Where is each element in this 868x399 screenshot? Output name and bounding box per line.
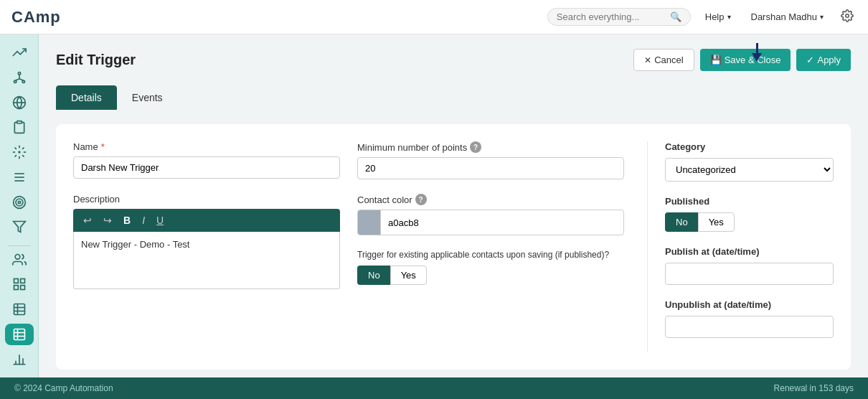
- min-points-info-icon: ?: [470, 141, 481, 153]
- min-points-label: Minimum number of points ?: [357, 141, 624, 153]
- sidebar-item-users[interactable]: [5, 248, 34, 271]
- footer: © 2024 Camp Automation Renewal in 153 da…: [0, 377, 868, 399]
- chevron-down-icon: ▾: [820, 13, 824, 21]
- sidebar-item-activity[interactable]: [5, 42, 34, 64]
- search-box[interactable]: 🔍: [547, 8, 691, 26]
- svg-point-3: [22, 80, 24, 83]
- form-row-1: Name * Minimum number of points ?: [73, 141, 624, 179]
- contact-color-label: Contact color ?: [357, 194, 624, 205]
- svg-rect-27: [14, 279, 18, 283]
- page-header: Edit Trigger ✕ Cancel 💾 Save & Close ✓ A…: [56, 49, 851, 71]
- tab-events[interactable]: Events: [117, 85, 178, 110]
- editor-italic-button[interactable]: I: [139, 213, 148, 227]
- tab-details[interactable]: Details: [56, 85, 117, 110]
- check-icon: ✓: [806, 55, 814, 65]
- help-button[interactable]: Help ▾: [699, 9, 737, 25]
- header-actions: ✕ Cancel 💾 Save & Close ✓ Apply: [633, 49, 851, 71]
- form-left-column: Name * Minimum number of points ?: [73, 141, 624, 352]
- color-input[interactable]: [381, 212, 623, 233]
- sidebar-item-table[interactable]: [5, 299, 34, 321]
- sidebar-item-target[interactable]: [5, 191, 34, 213]
- name-input[interactable]: [73, 156, 340, 179]
- unpublish-at-input[interactable]: [665, 316, 834, 338]
- svg-rect-30: [20, 286, 24, 290]
- editor-toolbar: ↩ ↪ B I U: [73, 209, 340, 232]
- sidebar-item-hierarchy[interactable]: [5, 67, 34, 89]
- description-label: Description: [73, 194, 340, 205]
- svg-rect-28: [20, 279, 24, 283]
- svg-point-24: [18, 201, 20, 203]
- svg-point-2: [14, 80, 16, 83]
- unpublish-at-field: Unpublish at (date/time): [665, 299, 834, 338]
- form-row-2: Description ↩ ↪ B I U New Trigger - Demo…: [73, 194, 624, 289]
- required-indicator: *: [101, 141, 105, 152]
- sidebar: [0, 34, 39, 377]
- svg-point-23: [16, 199, 23, 206]
- x-icon: ✕: [644, 55, 651, 65]
- published-toggle-group: No Yes: [665, 212, 834, 232]
- app-body: Edit Trigger ✕ Cancel 💾 Save & Close ✓ A…: [0, 34, 868, 377]
- chevron-down-icon: ▾: [727, 13, 731, 21]
- svg-line-14: [22, 155, 24, 156]
- editor-undo-button[interactable]: ↩: [80, 213, 95, 227]
- save-icon: 💾: [710, 55, 722, 65]
- svg-line-18: [22, 148, 24, 149]
- published-no-button[interactable]: No: [665, 212, 698, 232]
- main-content: Edit Trigger ✕ Cancel 💾 Save & Close ✓ A…: [39, 34, 868, 377]
- published-label: Published: [665, 196, 834, 207]
- description-field-group: Description ↩ ↪ B I U New Trigger - Demo…: [73, 194, 340, 289]
- app-logo: CAmp: [11, 8, 61, 27]
- svg-rect-29: [14, 286, 18, 290]
- name-field-group: Name *: [73, 141, 340, 179]
- published-yes-button[interactable]: Yes: [698, 212, 735, 232]
- top-navigation: CAmp 🔍 Help ▾ Darshan Madhu ▾: [0, 0, 868, 34]
- settings-icon[interactable]: [838, 6, 857, 27]
- svg-point-1: [18, 72, 20, 75]
- sidebar-item-active-chart[interactable]: [5, 324, 34, 346]
- description-editor[interactable]: New Trigger - Demo - Test: [73, 232, 340, 289]
- svg-line-6: [19, 79, 24, 81]
- unpublish-at-label: Unpublish at (date/time): [665, 299, 834, 310]
- search-icon: 🔍: [670, 11, 681, 22]
- editor-underline-button[interactable]: U: [154, 213, 166, 227]
- sidebar-item-sliders[interactable]: [5, 166, 34, 189]
- svg-point-22: [13, 196, 25, 208]
- contact-color-info-icon: ?: [415, 194, 427, 205]
- published-field: Published No Yes: [665, 196, 834, 232]
- editor-bold-button[interactable]: B: [121, 213, 133, 227]
- svg-rect-35: [14, 329, 24, 339]
- apply-button[interactable]: ✓ Apply: [796, 49, 851, 71]
- search-input[interactable]: [557, 11, 666, 22]
- page-title: Edit Trigger: [56, 52, 136, 68]
- publish-at-field: Publish at (date/time): [665, 246, 834, 285]
- trigger-toggle-group: No Yes: [357, 266, 624, 285]
- cancel-button[interactable]: ✕ Cancel: [633, 49, 694, 71]
- editor-redo-button[interactable]: ↪: [100, 213, 115, 227]
- trigger-no-button[interactable]: No: [357, 266, 390, 285]
- sidebar-item-bar-chart[interactable]: [5, 348, 34, 370]
- min-points-field-group: Minimum number of points ?: [357, 141, 624, 179]
- save-close-button[interactable]: 💾 Save & Close: [700, 49, 791, 71]
- tab-bar: Details Events: [56, 85, 851, 110]
- sidebar-item-clipboard[interactable]: [5, 116, 34, 139]
- sidebar-item-filter[interactable]: [5, 216, 34, 238]
- right-panel: Category Uncategorized Published No Yes: [647, 141, 834, 352]
- trigger-existing-group: Trigger for existing applicable contacts…: [357, 250, 624, 285]
- svg-point-10: [19, 151, 20, 153]
- svg-line-17: [14, 155, 16, 156]
- sidebar-item-grid[interactable]: [5, 273, 34, 296]
- publish-at-label: Publish at (date/time): [665, 246, 834, 257]
- user-menu-button[interactable]: Darshan Madhu ▾: [745, 9, 830, 25]
- trigger-existing-label: Trigger for existing applicable contacts…: [357, 250, 624, 260]
- category-select[interactable]: Uncategorized: [665, 158, 834, 182]
- svg-point-26: [15, 254, 20, 259]
- min-points-input[interactable]: [357, 157, 624, 179]
- svg-line-13: [14, 148, 16, 149]
- sidebar-item-globe[interactable]: [5, 91, 34, 113]
- trigger-yes-button[interactable]: Yes: [390, 266, 427, 285]
- color-swatch[interactable]: [358, 210, 381, 235]
- publish-at-input[interactable]: [665, 263, 834, 285]
- copyright-text: © 2024 Camp Automation: [14, 383, 113, 393]
- sidebar-item-integrations[interactable]: [5, 141, 34, 164]
- color-input-wrap: [357, 210, 624, 235]
